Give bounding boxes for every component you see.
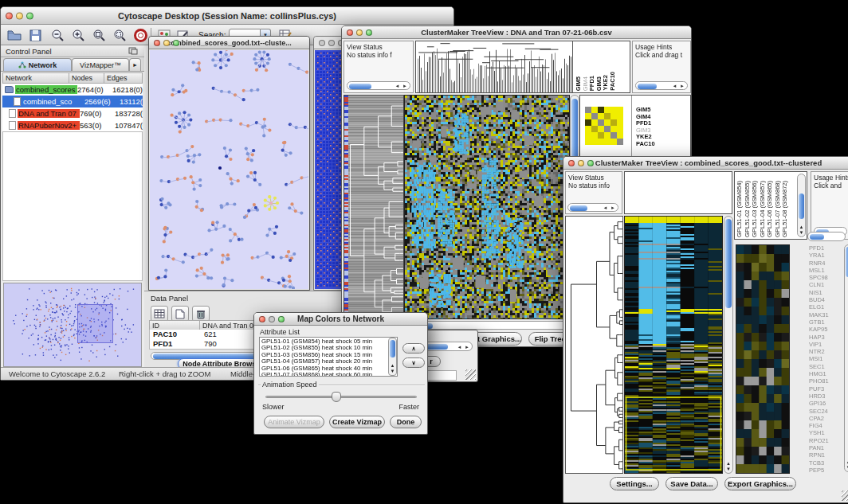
close-icon[interactable] — [319, 40, 325, 46]
scrollbar-thumb[interactable] — [638, 84, 657, 89]
col-network[interactable]: Network — [2, 72, 69, 84]
create-vizmap-button[interactable]: Create Vizmap — [329, 416, 385, 428]
gene-label[interactable]: HAP3 — [809, 334, 842, 341]
zoom-selected-icon[interactable] — [111, 27, 128, 43]
treeview2-titlebar[interactable]: ClusterMaker TreeView : combined_scores_… — [563, 157, 848, 170]
gene-label[interactable]: NTR2 — [809, 348, 842, 355]
minimize-icon[interactable] — [328, 40, 335, 46]
map-colors-window-controls[interactable] — [259, 316, 285, 322]
gene-labels-vscrollbar[interactable]: ▲▼ — [844, 244, 848, 472]
scrollbar-arrows[interactable]: ▲▼ — [724, 461, 732, 472]
column-label[interactable]: GPL51-04 (GSM857) — [760, 181, 766, 237]
network-view-window[interactable]: combined_scores_good.txt--cluste... — [148, 36, 310, 291]
gene-label[interactable]: CLN1 — [809, 281, 842, 288]
column-label[interactable]: GIM5 — [575, 76, 582, 91]
col-edges[interactable]: Edges — [104, 72, 143, 84]
float-panel-icon[interactable] — [128, 47, 138, 57]
tab-overflow-button[interactable]: ► — [129, 58, 141, 71]
column-label[interactable]: GIM3 — [596, 76, 603, 91]
scrollbar-thumb[interactable] — [390, 340, 395, 357]
column-labels-vscrollbar[interactable]: ▲▼ — [797, 174, 806, 237]
close-icon[interactable] — [347, 29, 353, 36]
zoom-icon[interactable] — [366, 29, 372, 36]
gene-label[interactable]: PFD1 — [809, 244, 842, 252]
gene-label[interactable]: FIG4 — [809, 422, 842, 429]
gene-label[interactable]: CPA2 — [809, 415, 842, 422]
gene-label[interactable]: GTB1 — [809, 318, 842, 326]
column-label[interactable]: PFD1 — [589, 76, 595, 91]
network-list-row[interactable]: combined_sco 2569(6) 13112(15) — [2, 96, 143, 107]
column-label[interactable]: GPL51-02 (GSM855) — [744, 181, 751, 237]
gene-label[interactable]: GPI16 — [809, 400, 842, 407]
treeview1-heatmap[interactable] — [404, 95, 570, 319]
network-list-row[interactable]: DNA and Tran 07 769(0) 183728(0) — [2, 107, 143, 119]
treeview-window-combined[interactable]: ClusterMaker TreeView : combined_scores_… — [563, 156, 848, 503]
scrollbar-thumb[interactable] — [799, 193, 804, 219]
attribute-list[interactable]: GPL51-01 (GSM854) heat shock 05 minGPL51… — [259, 337, 398, 377]
view-status-scrollbar[interactable]: ◄ ► — [347, 81, 410, 90]
gene-label[interactable]: YRA1 — [809, 252, 842, 259]
gene-label[interactable]: HRD3 — [809, 393, 842, 400]
select-attributes-icon[interactable] — [151, 306, 168, 322]
gene-label[interactable]: ELG1 — [809, 303, 842, 311]
column-label[interactable]: GIM4 — [583, 76, 589, 91]
save-data-button[interactable]: Save Data... — [665, 477, 718, 490]
close-icon[interactable] — [154, 40, 160, 46]
move-up-button[interactable]: ∧ — [402, 343, 425, 354]
zoom-icon[interactable] — [278, 316, 285, 322]
treeview2-heatmap[interactable] — [624, 216, 723, 474]
zoom-out-icon[interactable] — [49, 27, 66, 43]
col-nodes[interactable]: Nodes — [69, 72, 104, 84]
column-label[interactable]: GPL51-07 (GSM868) — [775, 181, 781, 237]
tab-vizmapper[interactable]: VizMapper™ — [72, 58, 129, 71]
column-label[interactable]: GPL51-06 (GSM865) — [767, 181, 773, 237]
treeview1-window-controls[interactable] — [347, 29, 372, 36]
minimize-icon[interactable] — [578, 160, 584, 166]
tab-network[interactable]: Network — [3, 58, 72, 71]
gene-label[interactable]: SPC98 — [809, 274, 842, 281]
gene-label[interactable]: PAN1 — [809, 444, 842, 451]
zoom-icon[interactable] — [26, 12, 33, 19]
row-dendrogram-canvas[interactable] — [348, 96, 403, 318]
gene-label[interactable]: BUD4 — [809, 296, 842, 303]
scrollbar-arrows[interactable]: ◄ ► — [457, 345, 470, 350]
heatmap-canvas[interactable] — [625, 217, 722, 473]
close-icon[interactable] — [6, 12, 13, 19]
view-status-scrollbar[interactable]: ◄ ► — [567, 203, 618, 212]
gene-label[interactable]: TCB3 — [809, 459, 842, 467]
gene-label[interactable]: SEC24 — [809, 408, 842, 415]
main-titlebar[interactable]: Cytoscape Desktop (Session Name: collins… — [1, 7, 453, 25]
zoom-icon[interactable] — [587, 160, 594, 166]
new-attribute-icon[interactable] — [171, 306, 189, 322]
window-controls[interactable] — [6, 12, 33, 19]
column-label[interactable]: GPL51-01 (GSM854) — [736, 181, 743, 237]
gene-label[interactable]: PHO81 — [809, 377, 842, 385]
scrollbar-thumb[interactable] — [349, 84, 371, 89]
attribute-list-vscrollbar[interactable]: ▲▼ — [388, 338, 397, 376]
animation-speed-slider-thumb[interactable] — [332, 392, 341, 402]
settings-button[interactable]: Settings... — [610, 477, 659, 490]
open-folder-icon[interactable] — [6, 27, 23, 43]
zoom-heatmap-canvas[interactable] — [736, 245, 789, 473]
animation-speed-slider-track[interactable] — [265, 396, 417, 398]
map-colors-titlebar[interactable]: Map Colors to Network — [254, 313, 427, 326]
gene-label[interactable]: RNR4 — [809, 260, 842, 267]
scrollbar-arrows[interactable]: ▲▼ — [389, 363, 396, 374]
gene-label[interactable]: SEC1 — [809, 363, 842, 370]
scrollbar-arrows[interactable]: ◄ ► — [395, 84, 408, 88]
close-icon[interactable] — [568, 160, 575, 166]
scrollbar-arrows[interactable]: ◄ ► — [672, 84, 685, 88]
gene-label[interactable]: RPO21 — [809, 437, 842, 444]
map-colors-dialog[interactable]: Map Colors to Network Attribute List GPL… — [253, 312, 428, 435]
treeview2-window-controls[interactable] — [568, 160, 594, 166]
gene-label[interactable]: MAK31 — [809, 311, 842, 318]
treeview1-row-dendrogram[interactable] — [344, 95, 404, 319]
treeview2-zoom-heatmap[interactable] — [736, 244, 790, 474]
network-list-row[interactable]: RNAPuberNov2+ 563(0) 107847(0) — [2, 119, 143, 131]
gene-label[interactable]: PEP5 — [809, 467, 842, 472]
scrollbar-arrows[interactable]: ▲▼ — [798, 225, 805, 236]
treeview2-row-dendrogram[interactable] — [565, 216, 623, 474]
close-icon[interactable] — [259, 316, 265, 322]
gene-label[interactable]: PAC10 — [636, 141, 655, 148]
network-overview-thumbnail[interactable] — [4, 283, 141, 366]
